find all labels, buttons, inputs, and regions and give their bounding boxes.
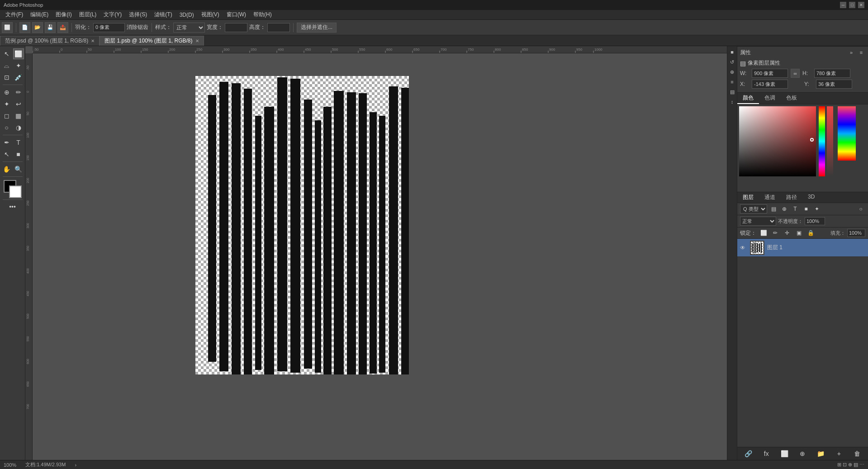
menu-item-w[interactable]: 窗口(W) — [223, 10, 250, 19]
layer-adjust-btn[interactable]: ⊕ — [794, 449, 811, 458]
layer-group-btn[interactable]: 📁 — [813, 449, 829, 458]
lock-artboard[interactable]: ▣ — [794, 228, 803, 237]
tool-pen[interactable]: ✒ — [1, 137, 12, 148]
fg-bg-colors[interactable] — [4, 180, 22, 198]
menu-item-e[interactable]: 编辑(E) — [27, 10, 52, 19]
tool-text[interactable]: T — [13, 137, 24, 148]
panel-resize[interactable]: ↕ — [728, 98, 736, 106]
toolbar-export[interactable]: 📤 — [57, 22, 68, 33]
layer-mask-btn[interactable]: ⬜ — [776, 449, 792, 458]
layer-visibility-icon[interactable]: 👁 — [740, 245, 747, 251]
close-button[interactable]: ✕ — [858, 2, 864, 8]
lock-position[interactable]: ✛ — [783, 228, 792, 237]
tool-more[interactable]: ••• — [7, 201, 18, 212]
color-tab-swatches[interactable]: 色板 — [781, 93, 802, 104]
gradient-full-bar[interactable] — [838, 106, 856, 161]
menu-item-dd[interactable]: 3D(D) — [176, 11, 198, 19]
tool-crop[interactable]: ⊡ — [1, 72, 12, 83]
layer-filter-shape[interactable]: ■ — [802, 204, 811, 213]
layer-link-btn[interactable]: 🔗 — [740, 449, 756, 458]
lock-all[interactable]: 🔒 — [806, 228, 815, 237]
layers-extra-toggle[interactable]: ▤ — [728, 88, 736, 96]
layer-filter-smart[interactable]: ✦ — [812, 204, 821, 213]
tool-history[interactable]: ↩ — [13, 99, 24, 109]
layers-tab-paths[interactable]: 路径 — [781, 192, 802, 203]
menu-item-t[interactable]: 滤镜(T) — [151, 10, 175, 19]
prop-y-input[interactable] — [816, 80, 852, 89]
tool-gradient[interactable]: ▦ — [13, 110, 24, 121]
layer-item[interactable]: 👁 — [737, 239, 868, 257]
layer-filter-toggle[interactable]: ○ — [856, 204, 865, 213]
layers-tab-3d[interactable]: 3D — [802, 192, 820, 203]
tool-brush[interactable]: ✏ — [13, 87, 24, 98]
prop-x-input[interactable] — [752, 80, 788, 89]
layer-filter-adjust[interactable]: ⊕ — [780, 204, 789, 213]
menu-item-y[interactable]: 文字(Y) — [100, 10, 125, 19]
fill-input[interactable] — [847, 229, 865, 237]
color-alpha-slider[interactable] — [827, 106, 833, 176]
minimize-button[interactable]: ─ — [840, 2, 846, 8]
tool-clone[interactable]: ✦ — [1, 99, 12, 109]
canvas-area[interactable]: -50 0 50 100 150 200 250 300 350 — [25, 46, 727, 460]
tab-close-1[interactable]: ✕ — [195, 38, 199, 43]
menu-item-l[interactable]: 图层(L) — [76, 10, 100, 19]
history-toggle[interactable]: ↺ — [728, 58, 736, 66]
layer-delete-btn[interactable]: 🗑 — [849, 449, 865, 458]
toolbar-save[interactable]: 💾 — [45, 22, 56, 33]
tab-1[interactable]: 图层 1.psb @ 100% (图层 1, RGB/8)✕ — [100, 36, 204, 46]
tool-spot-heal[interactable]: ⊕ — [1, 87, 12, 98]
feather-input[interactable] — [93, 23, 125, 32]
menu-item-f[interactable]: 文件(F) — [2, 10, 27, 19]
canvas-viewport[interactable] — [33, 53, 727, 460]
layer-filter-pixel[interactable]: ▤ — [769, 204, 778, 213]
tool-marquee[interactable]: ⬜ — [13, 48, 24, 59]
color-panel-toggle[interactable]: ■ — [728, 48, 736, 56]
tab-0[interactable]: 范例.psd @ 100% (图层 1, RGB/8)✕ — [0, 36, 100, 46]
color-picker-saturation[interactable] — [739, 106, 816, 176]
blend-mode-select[interactable]: 正常 — [740, 217, 776, 226]
tool-zoom[interactable]: 🔍 — [13, 164, 24, 175]
lock-transparent[interactable]: ⬜ — [759, 228, 768, 237]
height-input[interactable] — [267, 23, 290, 32]
menu-item-s[interactable]: 选择(S) — [125, 10, 151, 19]
menu-item-v[interactable]: 视图(V) — [198, 10, 223, 19]
background-color[interactable] — [9, 185, 22, 198]
color-tab-color[interactable]: 颜色 — [737, 93, 759, 104]
tab-close-0[interactable]: ✕ — [91, 38, 95, 43]
prop-h-input[interactable] — [814, 69, 850, 78]
props-expand[interactable]: » — [847, 48, 855, 57]
tool-quick-select[interactable]: ✦ — [13, 60, 24, 71]
layer-filter-text[interactable]: T — [791, 204, 800, 213]
toolbar-open[interactable]: 📂 — [32, 22, 43, 33]
toolbar-new[interactable]: 📄 — [19, 22, 30, 33]
tool-shape[interactable]: ■ — [13, 149, 24, 160]
opacity-input[interactable] — [805, 217, 825, 225]
color-tab-tone[interactable]: 色调 — [759, 93, 781, 104]
width-input[interactable] — [225, 23, 247, 32]
prop-link-btn[interactable]: ∞ — [791, 69, 800, 78]
menu-item-h[interactable]: 帮助(H) — [250, 10, 275, 19]
props-menu[interactable]: ≡ — [857, 48, 865, 57]
tool-move[interactable]: ↖ — [1, 48, 12, 59]
select-mask-button[interactable]: 选择并遮住... — [297, 23, 337, 33]
maximize-button[interactable]: □ — [849, 2, 855, 8]
adjustments-toggle[interactable]: ⊕ — [728, 68, 736, 76]
tool-eyedropper[interactable]: 💉 — [13, 72, 24, 83]
prop-w-input[interactable] — [752, 69, 788, 78]
tool-path-select[interactable]: ↖ — [1, 149, 12, 160]
toolbar-rect-select[interactable]: ⬜ — [2, 22, 13, 33]
properties-toggle[interactable]: ≡ — [728, 78, 736, 86]
tool-hand[interactable]: ✋ — [1, 164, 12, 175]
lock-paint[interactable]: ✏ — [771, 228, 780, 237]
layer-filter-select[interactable]: Q 类型 — [740, 204, 767, 213]
layer-new-btn[interactable]: + — [831, 449, 847, 458]
layers-tab-layers[interactable]: 图层 — [737, 192, 759, 203]
tool-blur[interactable]: ○ — [1, 122, 12, 133]
tool-dodge[interactable]: ◑ — [13, 122, 24, 133]
layers-tab-channels[interactable]: 通道 — [759, 192, 781, 203]
tool-eraser[interactable]: ◻ — [1, 110, 12, 121]
color-hue-slider[interactable] — [819, 106, 825, 176]
tool-lasso[interactable]: ⌓ — [1, 60, 12, 71]
menu-item-i[interactable]: 图像(I) — [52, 10, 75, 19]
layer-fx-btn[interactable]: fx — [758, 449, 774, 458]
